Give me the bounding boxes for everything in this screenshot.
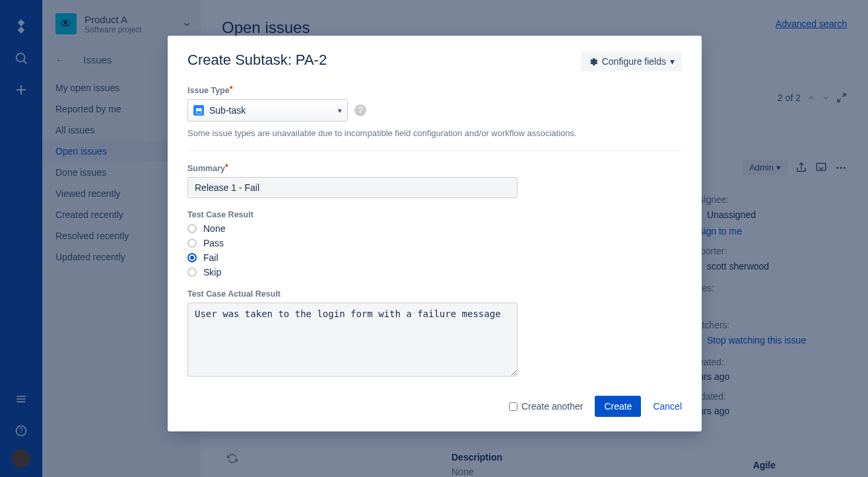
subtask-type-icon: ⬒ <box>193 105 204 116</box>
radio-option[interactable]: Fail <box>187 252 682 263</box>
radio-icon <box>187 238 197 248</box>
chevron-down-icon: ▾ <box>338 106 342 115</box>
divider <box>187 150 682 151</box>
issue-type-label: Issue Type* <box>187 86 682 95</box>
issue-type-value: Sub-task <box>209 105 246 116</box>
radio-label: None <box>203 223 225 234</box>
radio-option[interactable]: Skip <box>187 267 682 277</box>
radio-label: Pass <box>203 238 224 248</box>
issue-type-hint: Some issue types are unavailable due to … <box>187 128 682 138</box>
radio-option[interactable]: Pass <box>187 238 682 248</box>
summary-input[interactable] <box>187 177 517 198</box>
test-result-label: Test Case Result <box>187 210 682 219</box>
actual-result-label: Test Case Actual Result <box>187 289 682 299</box>
create-another-checkbox[interactable]: Create another <box>509 401 583 412</box>
test-result-radios: NonePassFailSkip <box>187 223 682 277</box>
radio-icon <box>187 253 197 262</box>
radio-icon <box>187 268 197 277</box>
create-another-input[interactable] <box>509 402 517 411</box>
gear-icon <box>588 57 598 67</box>
configure-fields-button[interactable]: Configure fields ▾ <box>581 52 682 71</box>
help-icon[interactable]: ? <box>354 104 366 116</box>
radio-label: Fail <box>203 252 218 263</box>
create-subtask-modal: Create Subtask: PA-2 Configure fields ▾ … <box>168 36 702 431</box>
create-button[interactable]: Create <box>595 396 641 417</box>
radio-option[interactable]: None <box>187 223 682 234</box>
radio-icon <box>187 224 197 233</box>
chevron-down-icon: ▾ <box>670 56 675 67</box>
modal-title: Create Subtask: PA-2 <box>187 52 327 69</box>
actual-result-textarea[interactable] <box>187 303 517 377</box>
radio-label: Skip <box>203 267 221 277</box>
cancel-button[interactable]: Cancel <box>653 401 682 412</box>
summary-label: Summary* <box>187 164 682 173</box>
issue-type-select[interactable]: ⬒ Sub-task ▾ <box>187 99 348 122</box>
